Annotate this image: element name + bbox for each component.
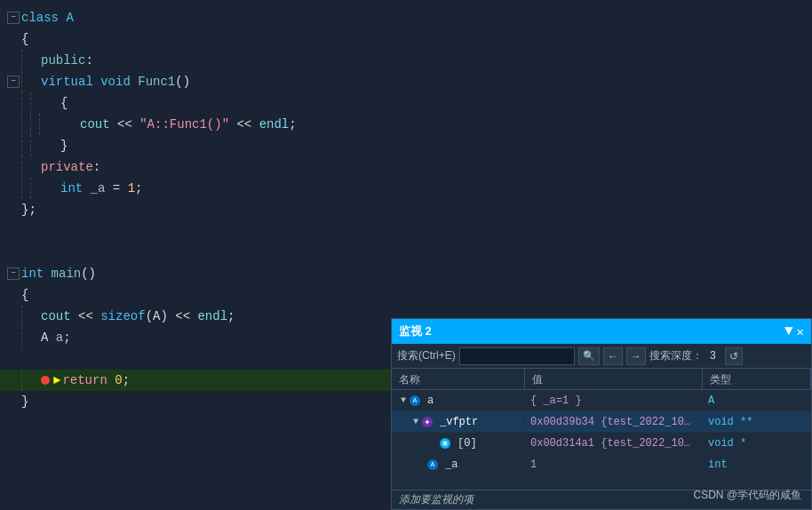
col-header-type: 类型 xyxy=(703,369,811,389)
col-header-name: 名称 xyxy=(392,369,525,389)
watch-rows: ▼Aa{ _a=1 }A▼◈_vfptr0x00d39b34 {test_202… xyxy=(392,390,811,490)
code-token: (A) xyxy=(146,306,168,327)
code-token: A xyxy=(66,7,73,28)
code-line: { xyxy=(0,284,812,306)
code-token: = xyxy=(113,178,128,199)
code-token: ; xyxy=(123,370,130,391)
watch-cell-value: 1 xyxy=(525,458,703,471)
close-icon[interactable]: ✕ xyxy=(797,324,804,339)
watch-cell-value: { _a=1 } xyxy=(525,394,703,407)
code-token: << xyxy=(229,114,259,135)
watch-cell-value: 0x00d39b34 {test_2022_10_27.exe... xyxy=(525,416,703,428)
code-line: −virtual void Func1() xyxy=(0,71,812,92)
indent-guide xyxy=(21,370,28,391)
watch-row[interactable]: ▼Aa{ _a=1 }A xyxy=(392,390,811,411)
code-token: cout xyxy=(80,114,110,135)
var-name: [0] xyxy=(458,437,477,450)
watch-cell-type: A xyxy=(703,394,811,407)
code-token: }; xyxy=(21,199,36,220)
code-token: << xyxy=(168,306,198,327)
code-token: () xyxy=(175,71,190,92)
code-line: −int main() xyxy=(0,263,812,284)
var-name: a xyxy=(427,394,434,407)
code-token: return xyxy=(62,370,115,391)
expand-icon[interactable]: ▼ xyxy=(401,395,406,405)
code-token: public xyxy=(41,50,85,71)
code-line: { xyxy=(0,92,812,114)
depth-value: 3 xyxy=(706,350,720,363)
watch-cell-name: ▼Aa xyxy=(392,394,525,407)
expand-icon[interactable]: ▼ xyxy=(413,417,418,426)
watch-titlebar: 监视 2 ▼ ✕ xyxy=(392,319,811,344)
watch-row[interactable]: A_a1int xyxy=(392,454,811,475)
code-token: << xyxy=(110,114,140,135)
indent-guide xyxy=(21,306,28,327)
indent-guide xyxy=(21,135,28,156)
watch-cell-name: ▣[0] xyxy=(392,437,525,450)
var-type-icon: ▣ xyxy=(440,438,450,449)
code-token: Func1 xyxy=(138,71,175,92)
watch-cell-type: void ** xyxy=(703,416,811,428)
pin-icon[interactable]: ▼ xyxy=(784,323,793,339)
watch-cell-name: A_a xyxy=(392,458,525,471)
code-token: } xyxy=(60,135,68,156)
code-token: class xyxy=(21,7,66,28)
nav-prev-button[interactable]: ← xyxy=(603,347,623,365)
fold-icon[interactable]: − xyxy=(7,76,20,88)
code-token: ; xyxy=(63,327,70,348)
code-token: { xyxy=(21,28,28,50)
watch-panel: 监视 2 ▼ ✕ 搜索(Ctrl+E) 🔍 ← → 搜索深度： 3 ↺ 名称 值… xyxy=(391,318,812,510)
watch-title: 监视 2 xyxy=(399,323,781,339)
watch-row[interactable]: ▣[0]0x00d314a1 {test_2022_10_27.exe...vo… xyxy=(392,433,811,454)
nav-next-button[interactable]: → xyxy=(626,347,646,365)
code-token: << xyxy=(71,306,101,327)
code-token: int xyxy=(21,263,52,284)
search-button[interactable]: 🔍 xyxy=(578,347,600,365)
code-line: { xyxy=(0,28,812,50)
code-token: ; xyxy=(135,178,142,199)
code-token: int xyxy=(60,178,91,199)
code-token: : xyxy=(93,156,100,178)
var-name: _a xyxy=(445,458,458,471)
var-name: _vfptr xyxy=(440,416,478,428)
indent-guide xyxy=(30,92,37,114)
indent-guide xyxy=(30,114,37,135)
code-token: main xyxy=(52,263,82,284)
indent-guide xyxy=(21,71,28,92)
var-type-icon: A xyxy=(410,395,420,406)
var-type-icon: A xyxy=(427,459,438,470)
code-token: ; xyxy=(227,306,235,327)
indent-guide xyxy=(21,178,28,199)
watch-cell-value: 0x00d314a1 {test_2022_10_27.exe... xyxy=(525,437,703,450)
breakpoint-dot xyxy=(41,376,50,385)
refresh-button[interactable]: ↺ xyxy=(725,347,743,365)
code-token: cout xyxy=(41,306,71,327)
var-type-icon: ◈ xyxy=(422,417,433,427)
watch-cell-type: void * xyxy=(703,437,811,450)
code-token: endl xyxy=(197,306,227,327)
code-token: sizeof xyxy=(100,306,145,327)
search-input[interactable] xyxy=(459,347,575,365)
indent-guide xyxy=(21,156,28,178)
code-token: endl xyxy=(259,114,290,135)
fold-icon[interactable]: − xyxy=(7,267,20,280)
indent-guide xyxy=(21,327,28,348)
code-token: private xyxy=(41,156,93,178)
code-token: { xyxy=(21,284,28,306)
watch-row[interactable]: ▼◈_vfptr0x00d39b34 {test_2022_10_27.exe.… xyxy=(392,411,811,433)
depth-label: 搜索深度： xyxy=(649,348,703,363)
indent-guide xyxy=(21,114,28,135)
code-token: void xyxy=(100,71,138,92)
watch-cell-type: int xyxy=(703,458,811,471)
current-line-arrow: ► xyxy=(53,370,60,391)
watch-cell-name: ▼◈_vfptr xyxy=(392,416,525,428)
code-token: virtual xyxy=(41,71,100,92)
watch-toolbar: 搜索(Ctrl+E) 🔍 ← → 搜索深度： 3 ↺ xyxy=(392,344,811,369)
code-line xyxy=(0,220,812,242)
code-line: public: xyxy=(0,50,812,71)
code-token: _a xyxy=(91,178,113,199)
code-line: private: xyxy=(0,156,812,178)
indent-guide xyxy=(21,50,28,71)
indent-guide xyxy=(21,92,28,114)
fold-icon[interactable]: − xyxy=(7,12,20,24)
